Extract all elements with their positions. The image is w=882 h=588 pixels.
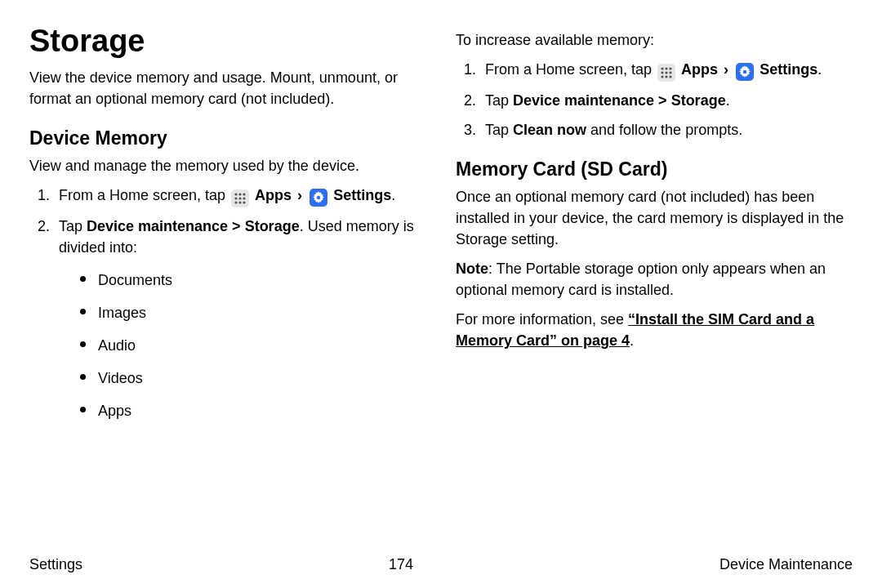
footer-left: Settings (29, 556, 82, 573)
svg-point-10 (661, 67, 663, 69)
r-settings-label: Settings (760, 61, 817, 78)
footer-page-number: 174 (389, 556, 413, 573)
r-step-2-bold: Device maintenance > Storage (513, 92, 726, 109)
page-footer: Settings 174 Device Maintenance (29, 550, 853, 573)
manual-page: Storage View the device memory and usage… (0, 0, 882, 588)
r-step-1-pre: From a Home screen, tap (485, 61, 656, 78)
two-column-layout: Storage View the device memory and usage… (29, 24, 853, 550)
left-column: Storage View the device memory and usage… (29, 24, 426, 550)
step-2: Tap Device maintenance > Storage. Used m… (54, 216, 426, 422)
svg-point-13 (661, 71, 663, 74)
device-memory-heading: Device Memory (29, 127, 426, 150)
r-step-3-pre: Tap (485, 122, 513, 138)
svg-point-6 (234, 201, 237, 203)
step-2-bold: Device maintenance > Storage (87, 218, 300, 234)
memory-card-intro: Once an optional memory card (not includ… (456, 186, 853, 250)
memory-card-heading: Memory Card (SD Card) (456, 158, 853, 181)
svg-point-3 (234, 197, 237, 199)
settings-label: Settings (333, 187, 391, 203)
chevron-icon: › (296, 187, 304, 203)
period: . (391, 187, 395, 203)
settings-icon (310, 189, 327, 207)
svg-point-11 (665, 67, 667, 69)
r-apps-label: Apps (681, 61, 718, 78)
svg-point-1 (238, 193, 241, 195)
more-info-pre: For more information, see (456, 311, 628, 327)
bullet-apps: Apps (80, 400, 426, 421)
svg-point-8 (243, 201, 245, 203)
more-info-paragraph: For more information, see “Install the S… (456, 309, 853, 351)
svg-point-19 (743, 70, 746, 74)
apps-label: Apps (255, 187, 292, 203)
note-label: Note (456, 261, 488, 277)
period: . (630, 332, 634, 349)
r-step-3-bold: Clean now (513, 122, 586, 138)
svg-point-17 (665, 75, 667, 78)
step-1: From a Home screen, tap Apps › Settings. (54, 185, 426, 207)
svg-point-5 (243, 197, 245, 199)
bullet-images: Images (80, 302, 426, 323)
right-column: To increase available memory: From a Hom… (456, 24, 853, 550)
bullet-documents: Documents (80, 270, 426, 291)
svg-point-9 (317, 195, 320, 198)
intro-paragraph: View the device memory and usage. Mount,… (29, 67, 426, 109)
increase-memory-intro: To increase available memory: (456, 29, 853, 51)
svg-point-0 (234, 193, 237, 195)
r-step-3-post: and follow the prompts. (586, 122, 742, 138)
chevron-icon: › (722, 61, 730, 78)
period: . (817, 61, 822, 78)
note-paragraph: Note: The Portable storage option only a… (456, 258, 853, 301)
increase-memory-steps: From a Home screen, tap Apps › Settings.… (456, 59, 853, 140)
r-step-2: Tap Device maintenance > Storage. (480, 90, 853, 111)
svg-point-7 (238, 201, 241, 203)
footer-right: Device Maintenance (719, 556, 853, 573)
r-step-1: From a Home screen, tap Apps › Settings. (480, 59, 853, 82)
svg-point-14 (665, 71, 667, 74)
device-memory-steps: From a Home screen, tap Apps › Settings.… (29, 185, 426, 422)
apps-icon (231, 189, 249, 207)
bullet-audio: Audio (80, 335, 426, 356)
bullet-videos: Videos (80, 368, 426, 389)
note-body: : The Portable storage option only appea… (456, 261, 826, 298)
svg-point-2 (243, 193, 245, 195)
device-memory-intro: View and manage the memory used by the d… (29, 155, 426, 176)
page-title: Storage (29, 24, 426, 59)
step-2-pre: Tap (59, 218, 87, 234)
r-step-3: Tap Clean now and follow the prompts. (480, 119, 853, 140)
svg-point-16 (661, 75, 663, 78)
step-1-pre: From a Home screen, tap (59, 187, 229, 203)
apps-icon (657, 64, 675, 82)
svg-point-15 (669, 71, 671, 74)
period: . (726, 92, 730, 109)
svg-point-18 (669, 75, 671, 78)
svg-point-12 (669, 67, 671, 69)
settings-icon (736, 63, 754, 81)
svg-point-4 (238, 197, 241, 199)
r-step-2-pre: Tap (485, 92, 513, 109)
memory-categories-list: Documents Images Audio Videos Apps (59, 270, 426, 421)
